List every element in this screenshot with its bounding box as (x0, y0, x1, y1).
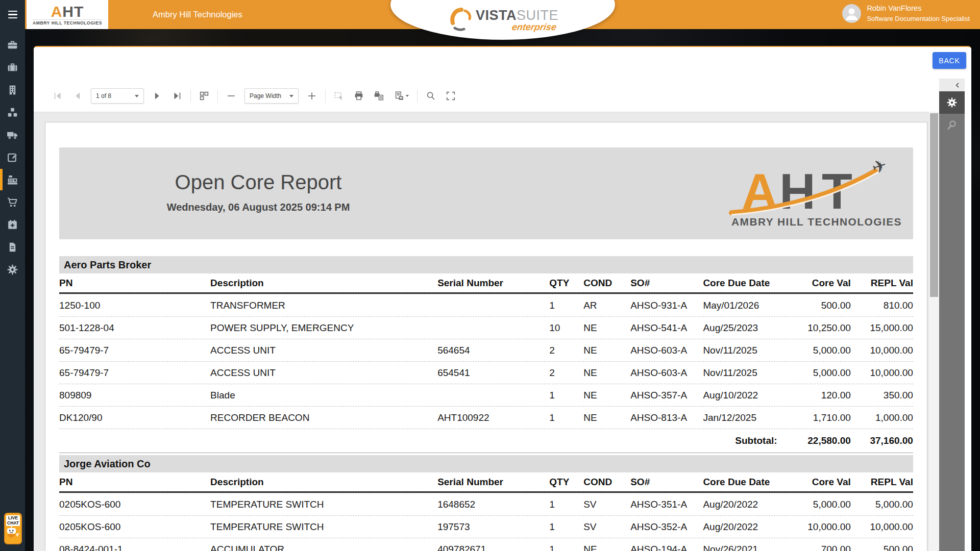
next-page-button[interactable] (151, 89, 164, 103)
table-row: 809809Blade1NEAHSO-357-AAug/10/2022120.0… (59, 384, 913, 406)
caret-down-icon (135, 95, 139, 97)
cell: 197573 (437, 521, 549, 533)
sidebar-item-edit[interactable] (0, 146, 25, 168)
table-row: 501-1228-04POWER SUPPLY, EMERGENCY10NEAH… (59, 316, 913, 339)
print-page-button[interactable] (372, 89, 385, 103)
table-rows: 0205KOS-600TEMPERATURE SWITCH16486521SVA… (59, 493, 913, 551)
report-page: Open Core Report Wednesday, 06 August 20… (45, 122, 927, 551)
column-header: Core Due Date (703, 278, 778, 289)
sidebar-item-cart[interactable] (0, 191, 25, 213)
sidebar-item-schedule[interactable] (0, 213, 25, 236)
user-name: Robin VanFlores (867, 4, 970, 12)
column-header: Description (210, 477, 437, 488)
cell: 5,000.00 (778, 499, 851, 510)
search-icon (946, 119, 958, 131)
report-date: Wednesday, 06 August 2025 09:14 PM (167, 202, 350, 213)
cell: 5,000.00 (778, 367, 851, 379)
zoom-in-button[interactable] (305, 89, 318, 103)
sidebar-item-building[interactable] (0, 79, 25, 101)
column-header: PN (59, 278, 210, 289)
report-settings-button[interactable] (939, 91, 965, 114)
cell: 10 (549, 322, 583, 334)
cell: Nov/26/2021 (703, 544, 778, 551)
zoom-select[interactable]: Page Width (244, 88, 299, 104)
cell: 5,000.00 (778, 345, 851, 356)
cell: 15,000.00 (851, 322, 913, 334)
sidebar-item-documents[interactable] (0, 236, 25, 258)
sidebar: LIVE CHAT (0, 0, 25, 551)
live-chat-label: LIVE CHAT (6, 515, 20, 526)
cell: Jan/12/2025 (703, 412, 778, 423)
section-header: Aero Parts Broker (59, 256, 913, 273)
search-button[interactable] (424, 89, 437, 103)
cell: SV (583, 521, 630, 533)
edit-icon (6, 151, 19, 164)
report-section: Jorge Aviation CoPNDescriptionSerial Num… (59, 455, 913, 551)
zoom-out-button[interactable] (225, 89, 238, 103)
export-button[interactable] (392, 89, 410, 103)
cell: POWER SUPPLY, EMERGENCY (210, 322, 437, 334)
cell: NE (583, 390, 630, 401)
cell: Nov/11/2025 (703, 367, 778, 379)
table-row: 08-8424-001-1ACCUMULATOR4097826711NEAHSO… (59, 538, 913, 551)
sidebar-item-briefcase[interactable] (0, 56, 25, 79)
table-header-row: PNDescriptionSerial NumberQTYCONDSO#Core… (59, 273, 913, 294)
fullscreen-button[interactable] (444, 89, 457, 103)
report-section: Aero Parts BrokerPNDescriptionSerial Num… (59, 256, 913, 453)
cell: NE (583, 412, 630, 423)
scrollbar-thumb[interactable] (930, 113, 938, 297)
menu-button[interactable] (0, 0, 25, 29)
report-search-button[interactable] (939, 114, 965, 136)
portfolio-icon (6, 39, 19, 52)
previous-page-button[interactable] (71, 89, 84, 103)
back-button[interactable]: BACK (933, 52, 966, 69)
cell: 08-8424-001-1 (59, 544, 210, 551)
last-page-button[interactable] (170, 89, 184, 103)
sidebar-item-point-of-sale[interactable] (0, 168, 25, 191)
text-select-button[interactable] (332, 89, 346, 103)
building-icon (6, 84, 19, 96)
cell: AHSO-352-A (630, 521, 703, 533)
cell: 1 (549, 390, 583, 401)
cell: AHSO-541-A (630, 322, 703, 334)
zoom-select-value: Page Width (250, 92, 281, 99)
user-menu[interactable]: Robin VanFlores Software Documentation S… (842, 4, 970, 23)
sidebar-item-shipping[interactable] (0, 123, 25, 146)
cell: 65-79479-7 (59, 367, 210, 379)
cell: AHSO-357-A (630, 390, 703, 401)
column-header: SO# (630, 278, 703, 289)
table-row: 65-79479-7ACCESS UNIT5646542NEAHSO-603-A… (59, 339, 913, 361)
page-layout-button[interactable] (198, 89, 211, 103)
cell: 809809 (59, 390, 210, 401)
briefcase-icon (6, 61, 19, 74)
sidebar-item-parts[interactable] (0, 101, 25, 123)
vistasuite-logo: VISTASUITE enterprise (447, 7, 558, 33)
cell: Aug/10/2022 (703, 390, 778, 401)
cell: Aug/20/2022 (703, 499, 778, 510)
edition-label: enterprise (475, 22, 559, 32)
cell: 409782671 (437, 544, 549, 551)
cell: AHSO-194-A (630, 544, 703, 551)
first-page-button[interactable] (51, 89, 64, 103)
app-logo-caption: AMBRY HILL TECHNOLOGIES (33, 19, 102, 26)
table-row: 0205KOS-600TEMPERATURE SWITCH1975731SVAH… (59, 515, 913, 538)
gear-icon (946, 96, 958, 109)
report-title-block: Open Core Report Wednesday, 06 August 20… (59, 147, 457, 239)
cell: RECORDER BEACON (210, 412, 437, 423)
cell: 0205KOS-600 (59, 499, 210, 510)
column-header: PN (59, 477, 210, 488)
sidebar-item-settings[interactable] (0, 258, 25, 281)
cell: 1648652 (437, 499, 549, 510)
hamburger-icon (8, 11, 17, 12)
print-button[interactable] (352, 89, 365, 103)
live-chat-button[interactable]: LIVE CHAT (4, 513, 22, 544)
column-header: REPL Val (851, 278, 913, 289)
collapse-panel-button[interactable] (939, 79, 965, 91)
side-tool-panel (939, 79, 965, 551)
cell: 10,000.00 (778, 521, 851, 533)
sidebar-item-portfolio[interactable] (0, 34, 25, 56)
page-select[interactable]: 1 of 8 (91, 88, 144, 104)
content-panel: BACK 1 of 8 Page Width (34, 46, 971, 551)
cell: Aug/25/2023 (703, 322, 778, 334)
table-row: DK120/90RECORDER BEACONAHT1009221NEAHSO-… (59, 406, 913, 429)
